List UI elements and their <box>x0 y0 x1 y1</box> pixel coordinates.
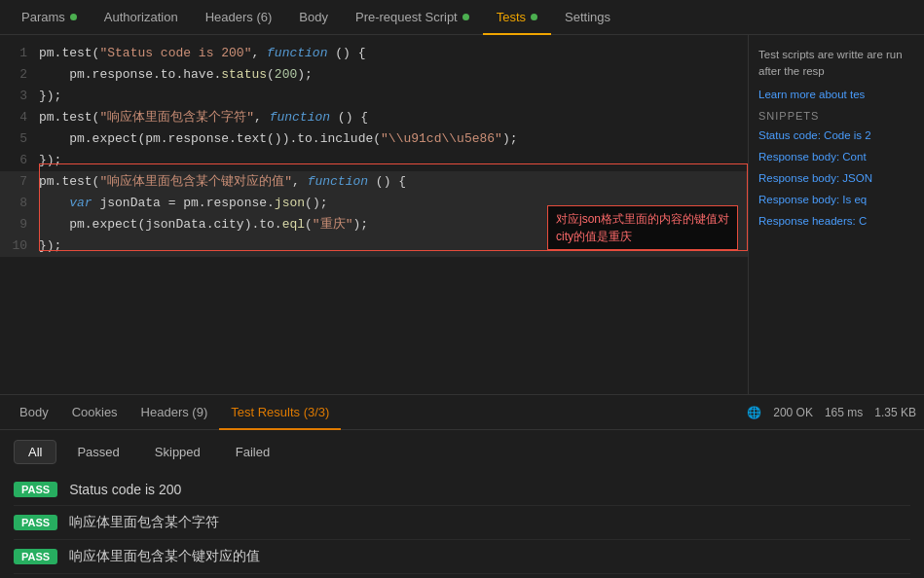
tests-label: Tests <box>497 10 526 24</box>
bottom-tab-right: 🌐 200 OK 165 ms 1.35 KB <box>747 406 916 419</box>
body-label: Body <box>299 10 328 24</box>
test-result-0: PASS Status code is 200 <box>14 474 910 506</box>
tab-tests[interactable]: Tests <box>483 0 551 35</box>
tab-cookies[interactable]: Cookies <box>60 395 129 430</box>
test-label-2: 响应体里面包含某个键对应的值 <box>69 548 260 565</box>
bottom-tab-bar: Body Cookies Headers (9) Test Results (3… <box>0 395 924 430</box>
test-label-1: 响应体里面包含某个字符 <box>69 514 219 531</box>
filter-all[interactable]: All <box>14 440 56 464</box>
headers-label: Headers (6) <box>205 10 273 24</box>
filter-tabs: All Passed Skipped Failed <box>0 430 924 470</box>
prerequest-label: Pre-request Script <box>355 10 458 24</box>
code-line-7: 7 pm.test("响应体里面包含某个键对应的值", function () … <box>0 171 748 193</box>
code-line-4: 4 pm.test("响应体里面包含某个字符", function () { <box>0 107 748 128</box>
code-line-1: 1 pm.test("Status code is 200", function… <box>0 43 748 64</box>
response-time: 165 ms <box>825 406 863 419</box>
pass-badge-0: PASS <box>14 482 57 497</box>
snippet-1[interactable]: Response body: Cont <box>758 149 914 164</box>
params-label: Params <box>21 10 65 24</box>
snippets-label: SNIPPETS <box>758 110 914 122</box>
authorization-label: Authorization <box>104 10 178 24</box>
tab-params[interactable]: Params <box>8 0 91 35</box>
tests-dot <box>531 14 537 20</box>
filter-failed[interactable]: Failed <box>221 440 284 464</box>
tab-response-headers[interactable]: Headers (9) <box>129 395 220 430</box>
code-line-6: 6 }); <box>0 150 748 171</box>
snippet-3[interactable]: Response body: Is eq <box>758 192 914 207</box>
test-result-1: PASS 响应体里面包含某个字符 <box>14 506 910 540</box>
code-line-5: 5 pm.expect(pm.response.text()).to.inclu… <box>0 128 748 150</box>
filter-skipped[interactable]: Skipped <box>140 440 215 464</box>
tab-body[interactable]: Body <box>285 0 342 35</box>
tab-headers[interactable]: Headers (6) <box>192 0 286 35</box>
snippet-2[interactable]: Response body: JSON <box>758 170 914 186</box>
tooltip-line1: 对应json格式里面的内容的键值对 <box>556 210 729 228</box>
top-tab-bar: Params Authorization Headers (6) Body Pr… <box>0 0 924 35</box>
tab-settings[interactable]: Settings <box>551 0 624 35</box>
right-panel: Test scripts are writte are run after th… <box>749 35 924 394</box>
snippet-4[interactable]: Response headers: C <box>758 213 914 229</box>
tab-response-body[interactable]: Body <box>8 395 60 430</box>
params-dot <box>70 14 77 20</box>
tooltip-box: 对应json格式里面的内容的键值对 city的值是重庆 <box>547 205 738 250</box>
filter-passed[interactable]: Passed <box>62 440 133 464</box>
test-result-2: PASS 响应体里面包含某个键对应的值 <box>14 540 910 574</box>
globe-icon: 🌐 <box>747 406 761 419</box>
tab-test-results[interactable]: Test Results (3/3) <box>219 395 341 430</box>
tab-prerequest[interactable]: Pre-request Script <box>342 0 483 35</box>
prerequest-dot <box>462 14 469 20</box>
right-panel-intro: Test scripts are writte are run after th… <box>758 47 914 81</box>
learn-more-link[interactable]: Learn more about tes <box>758 89 914 100</box>
main-area: 1 pm.test("Status code is 200", function… <box>0 35 924 394</box>
test-results-list: PASS Status code is 200 PASS 响应体里面包含某个字符… <box>0 470 924 578</box>
status-code: 200 OK <box>773 406 813 419</box>
pass-badge-2: PASS <box>14 549 57 564</box>
bottom-area: Body Cookies Headers (9) Test Results (3… <box>0 394 924 578</box>
pass-badge-1: PASS <box>14 515 57 530</box>
code-line-2: 2 pm.response.to.have.status(200); <box>0 64 748 86</box>
tooltip-line2: city的值是重庆 <box>556 228 729 245</box>
test-label-0: Status code is 200 <box>69 482 181 497</box>
settings-label: Settings <box>565 10 610 24</box>
tab-authorization[interactable]: Authorization <box>91 0 192 35</box>
snippet-0[interactable]: Status code: Code is 2 <box>758 127 914 143</box>
code-line-3: 3 }); <box>0 86 748 107</box>
code-editor[interactable]: 1 pm.test("Status code is 200", function… <box>0 35 749 394</box>
response-size: 1.35 KB <box>874 406 916 419</box>
